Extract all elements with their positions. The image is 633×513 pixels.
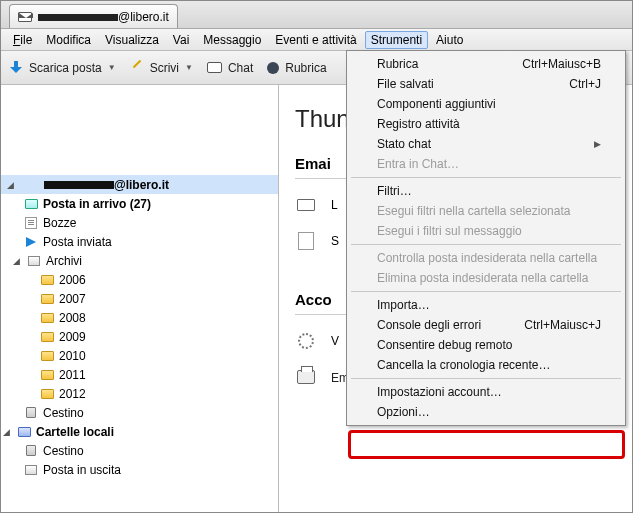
tab-redacted: @libero.it bbox=[38, 10, 169, 24]
menu-visualizza[interactable]: Visualizza bbox=[99, 31, 165, 49]
menu-item-filtri[interactable]: Filtri… bbox=[349, 181, 623, 201]
shortcut: Ctrl+Maiusc+B bbox=[522, 57, 601, 71]
twisty-icon[interactable]: ◢ bbox=[5, 180, 16, 190]
inbox-label: Posta in arrivo (27) bbox=[43, 197, 151, 211]
chat-button[interactable]: Chat bbox=[207, 61, 253, 75]
menu-item-rubrica[interactable]: RubricaCtrl+Maiusc+B bbox=[349, 54, 623, 74]
trash-icon bbox=[26, 407, 36, 418]
twisty-icon[interactable]: ◢ bbox=[11, 256, 22, 266]
sent-icon bbox=[26, 237, 36, 247]
message-icon bbox=[297, 199, 315, 211]
local-trash-node[interactable]: Cestino bbox=[1, 441, 278, 460]
sent-label: Posta inviata bbox=[43, 235, 112, 249]
menu-bar: File Modifica Visualizza Vai Messaggio E… bbox=[1, 29, 632, 51]
inbox-node[interactable]: Posta in arrivo (27) bbox=[1, 194, 278, 213]
archive-year-2012[interactable]: 2012 bbox=[1, 384, 278, 403]
archives-label: Archivi bbox=[46, 254, 82, 268]
account-node[interactable]: ◢ @libero.it bbox=[1, 175, 278, 194]
download-icon bbox=[9, 61, 23, 75]
drafts-label: Bozze bbox=[43, 216, 76, 230]
folder-icon bbox=[41, 389, 54, 399]
menu-item-controlla: Controlla posta indesiderata nella carte… bbox=[349, 248, 623, 268]
archive-year-2006[interactable]: 2006 bbox=[1, 270, 278, 289]
archive-year-2009[interactable]: 2009 bbox=[1, 327, 278, 346]
outbox-node[interactable]: Posta in uscita bbox=[1, 460, 278, 479]
twisty-icon[interactable]: ◢ bbox=[1, 427, 12, 437]
row-view-label: V bbox=[331, 334, 339, 348]
trash-label: Cestino bbox=[43, 406, 84, 420]
account-tab[interactable]: @libero.it bbox=[9, 4, 178, 28]
menu-modifica[interactable]: Modifica bbox=[40, 31, 97, 49]
year-label: 2011 bbox=[59, 368, 86, 382]
folder-icon bbox=[41, 275, 54, 285]
menu-item-opzioni[interactable]: Opzioni… bbox=[349, 402, 623, 422]
menu-item-impostazioni[interactable]: Impostazioni account… bbox=[349, 382, 623, 402]
drafts-node[interactable]: Bozze bbox=[1, 213, 278, 232]
archive-year-2007[interactable]: 2007 bbox=[1, 289, 278, 308]
menu-eventi[interactable]: Eventi e attività bbox=[269, 31, 362, 49]
menu-item-importa[interactable]: Importa… bbox=[349, 295, 623, 315]
archives-node[interactable]: ◢Archivi bbox=[1, 251, 278, 270]
inbox-icon bbox=[25, 199, 38, 209]
menu-vai[interactable]: Vai bbox=[167, 31, 195, 49]
menu-strumenti[interactable]: Strumenti bbox=[365, 31, 428, 49]
strumenti-menu: RubricaCtrl+Maiusc+B File salvatiCtrl+J … bbox=[346, 50, 626, 426]
note-icon bbox=[298, 232, 314, 250]
get-mail-button[interactable]: Scarica posta▼ bbox=[9, 61, 116, 75]
menu-separator bbox=[351, 177, 621, 178]
write-button[interactable]: Scrivi▼ bbox=[130, 61, 193, 75]
row-read-label: L bbox=[331, 198, 338, 212]
mail-icon bbox=[18, 12, 32, 22]
archive-year-2010[interactable]: 2010 bbox=[1, 346, 278, 365]
drafts-icon bbox=[25, 217, 37, 229]
year-label: 2007 bbox=[59, 292, 86, 306]
create-icon bbox=[297, 370, 315, 384]
menu-messaggio[interactable]: Messaggio bbox=[197, 31, 267, 49]
mail-icon bbox=[22, 178, 38, 192]
folder-tree: ◢ @libero.it Posta in arrivo (27) Bozze … bbox=[1, 85, 279, 512]
folder-icon bbox=[41, 313, 54, 323]
archive-year-2011[interactable]: 2011 bbox=[1, 365, 278, 384]
menu-item-esegui-cartella: Esegui filtri nella cartella selezionata bbox=[349, 201, 623, 221]
submenu-arrow-icon: ▶ bbox=[594, 139, 601, 149]
trash-node[interactable]: Cestino bbox=[1, 403, 278, 422]
trash-icon bbox=[26, 445, 36, 456]
menu-item-cronologia[interactable]: Cancella la cronologia recente… bbox=[349, 355, 623, 375]
year-label: 2008 bbox=[59, 311, 86, 325]
menu-item-componenti[interactable]: Componenti aggiuntivi bbox=[349, 94, 623, 114]
gear-icon bbox=[298, 333, 314, 349]
menu-file[interactable]: File bbox=[7, 31, 38, 49]
shortcut: Ctrl+J bbox=[569, 77, 601, 91]
chat-icon bbox=[207, 62, 222, 73]
menu-item-registro[interactable]: Registro attività bbox=[349, 114, 623, 134]
menu-aiuto[interactable]: Aiuto bbox=[430, 31, 469, 49]
account-label: @libero.it bbox=[44, 178, 169, 192]
local-folders-node[interactable]: ◢Cartelle locali bbox=[1, 422, 278, 441]
outbox-label: Posta in uscita bbox=[43, 463, 121, 477]
sent-node[interactable]: Posta inviata bbox=[1, 232, 278, 251]
menu-separator bbox=[351, 291, 621, 292]
addressbook-button[interactable]: Rubrica bbox=[267, 61, 326, 75]
shortcut: Ctrl+Maiusc+J bbox=[524, 318, 601, 332]
menu-item-elimina: Elimina posta indesiderata nella cartell… bbox=[349, 268, 623, 288]
menu-item-file-salvati[interactable]: File salvatiCtrl+J bbox=[349, 74, 623, 94]
year-label: 2010 bbox=[59, 349, 86, 363]
year-label: 2012 bbox=[59, 387, 86, 401]
menu-item-debug[interactable]: Consentire debug remoto bbox=[349, 335, 623, 355]
menu-item-esegui-msg: Esegui i filtri sul messaggio bbox=[349, 221, 623, 241]
menu-separator bbox=[351, 378, 621, 379]
menu-separator bbox=[351, 244, 621, 245]
folder-icon bbox=[41, 294, 54, 304]
menu-item-console[interactable]: Console degli erroriCtrl+Maiusc+J bbox=[349, 315, 623, 335]
archive-year-2008[interactable]: 2008 bbox=[1, 308, 278, 327]
pencil-icon bbox=[130, 61, 144, 75]
local-label: Cartelle locali bbox=[36, 425, 114, 439]
menu-item-stato-chat[interactable]: Stato chat▶ bbox=[349, 134, 623, 154]
chevron-down-icon: ▼ bbox=[185, 63, 193, 72]
folder-icon bbox=[41, 351, 54, 361]
archive-icon bbox=[28, 256, 40, 266]
folder-icon bbox=[41, 332, 54, 342]
title-bar: @libero.it bbox=[1, 1, 632, 29]
person-icon bbox=[267, 62, 279, 74]
folder-icon bbox=[41, 370, 54, 380]
